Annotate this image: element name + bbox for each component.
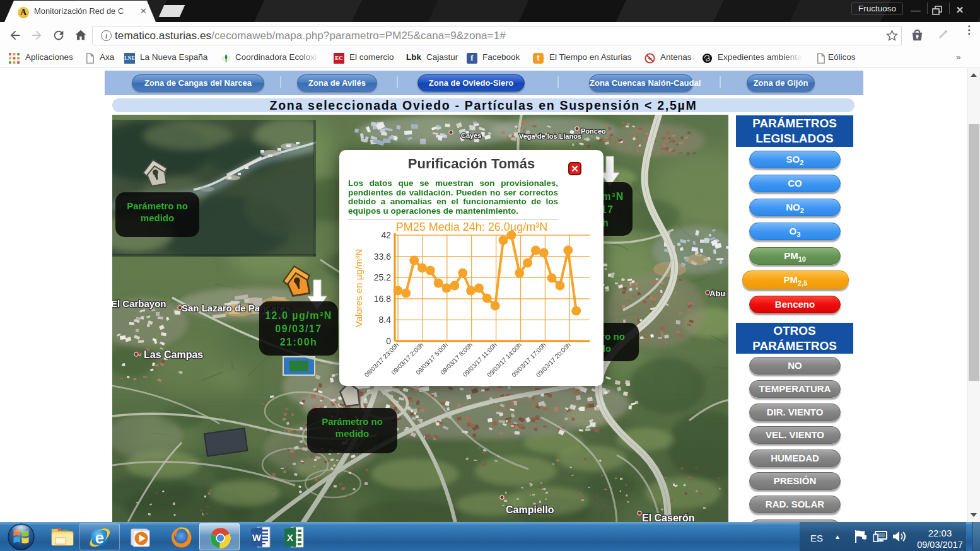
svg-text:Vega de los Llanos: Vega de los Llanos <box>519 132 581 140</box>
svg-text:Campiello: Campiello <box>506 504 554 515</box>
svg-text:X: X <box>287 532 293 543</box>
svg-text:e: e <box>95 528 104 547</box>
svg-text:Ponceo: Ponceo <box>581 127 606 135</box>
svg-text:Cayes: Cayes <box>461 132 481 139</box>
svg-text:33.6: 33.6 <box>374 252 391 262</box>
svg-text:42: 42 <box>381 230 391 240</box>
svg-text:16.8: 16.8 <box>374 294 391 304</box>
svg-text:El Carbayon: El Carbayon <box>112 298 166 309</box>
svg-text:0: 0 <box>386 336 391 346</box>
svg-text:El Caserón: El Caserón <box>642 513 695 522</box>
svg-text:PM25 Media 24h: 26.0µg/m³N: PM25 Media 24h: 26.0µg/m³N <box>396 221 548 233</box>
svg-text:Valores en µg/m³N: Valores en µg/m³N <box>353 249 364 327</box>
svg-text:Abu: Abu <box>709 289 725 298</box>
svg-text:Las Campas: Las Campas <box>144 349 203 360</box>
svg-text:25.2: 25.2 <box>374 272 391 282</box>
svg-text:W: W <box>252 532 262 543</box>
svg-text:8.4: 8.4 <box>379 315 392 325</box>
